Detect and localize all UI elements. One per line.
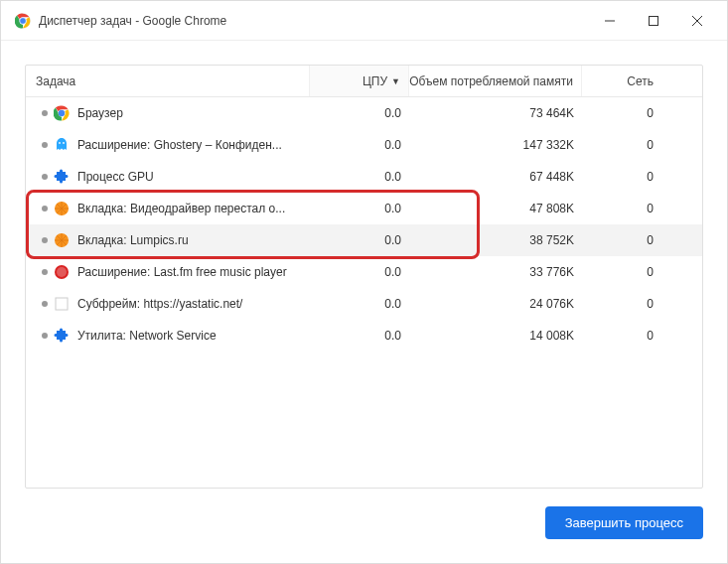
ghostery-icon [54, 137, 77, 153]
network-value: 0 [582, 297, 661, 311]
cpu-value: 0.0 [310, 138, 409, 152]
memory-value: 38 752K [409, 233, 582, 247]
sort-descending-icon: ▼ [391, 76, 400, 86]
column-cpu-label: ЦПУ [363, 74, 387, 88]
chrome-icon [15, 13, 31, 29]
table-row[interactable]: Субфрейм: https://yastatic.net/0.024 076… [26, 288, 702, 320]
table-row[interactable]: Вкладка: Видеодрайвер перестал о...0.047… [26, 193, 702, 224]
column-memory-label: Объем потребляемой памяти [409, 74, 573, 88]
network-value: 0 [582, 233, 661, 247]
end-process-button[interactable]: Завершить процесс [545, 506, 703, 539]
titlebar[interactable]: Диспетчер задач - Google Chrome [1, 1, 727, 41]
table-row[interactable]: Расширение: Ghostery – Конфиден...0.0147… [26, 129, 702, 161]
task-name: Расширение: Last.fm free music player [77, 265, 310, 279]
maximize-button[interactable] [632, 1, 675, 41]
chrome-icon [54, 105, 77, 121]
column-task-label: Задача [36, 74, 75, 88]
task-name: Утилита: Network Service [77, 329, 310, 343]
content-area: Задача ЦПУ ▼ Объем потребляемой памяти С… [1, 41, 727, 563]
column-task[interactable]: Задача [36, 66, 310, 96]
task-name: Субфрейм: https://yastatic.net/ [77, 297, 310, 311]
minimize-button[interactable] [588, 1, 632, 41]
window-controls [588, 1, 719, 40]
puzzle-icon [54, 169, 77, 185]
network-value: 0 [582, 106, 661, 120]
cpu-value: 0.0 [310, 202, 409, 215]
footer: Завершить процесс [25, 489, 703, 539]
row-bullet-icon [36, 269, 54, 275]
cpu-value: 0.0 [310, 106, 409, 120]
network-value: 0 [582, 202, 661, 215]
blank-icon [54, 296, 77, 312]
memory-value: 24 076K [409, 297, 582, 311]
lastfm-icon [54, 264, 77, 280]
task-name: Расширение: Ghostery – Конфиден... [77, 138, 310, 152]
column-cpu[interactable]: ЦПУ ▼ [310, 66, 409, 96]
orange-icon [54, 201, 77, 216]
cpu-value: 0.0 [310, 329, 409, 343]
memory-value: 33 776K [409, 265, 582, 279]
row-bullet-icon [36, 237, 54, 243]
table-row[interactable]: Процесс GPU0.067 448K0 [26, 161, 702, 193]
table-row[interactable]: Браузер0.073 464K0 [26, 97, 702, 129]
memory-value: 47 808K [409, 202, 582, 215]
column-network-label: Сеть [627, 74, 654, 88]
cpu-value: 0.0 [310, 233, 409, 247]
cpu-value: 0.0 [310, 297, 409, 311]
row-bullet-icon [36, 110, 54, 116]
window-title: Диспетчер задач - Google Chrome [39, 14, 226, 28]
cpu-value: 0.0 [310, 170, 409, 184]
task-name: Вкладка: Lumpics.ru [77, 233, 310, 247]
network-value: 0 [582, 329, 661, 343]
memory-value: 147 332K [409, 138, 582, 152]
row-bullet-icon [36, 301, 54, 307]
orange-icon [54, 232, 77, 248]
row-bullet-icon [36, 333, 54, 339]
network-value: 0 [582, 170, 661, 184]
task-name: Браузер [77, 106, 310, 120]
memory-value: 73 464K [409, 106, 582, 120]
cpu-value: 0.0 [310, 265, 409, 279]
svg-rect-3 [650, 17, 658, 26]
row-bullet-icon [36, 142, 54, 148]
task-name: Процесс GPU [77, 170, 310, 184]
table-row[interactable]: Расширение: Last.fm free music player0.0… [26, 256, 702, 288]
table-row[interactable]: Утилита: Network Service0.014 008K0 [26, 320, 702, 352]
table-row[interactable]: Вкладка: Lumpics.ru0.038 752K0 [26, 224, 702, 256]
memory-value: 14 008K [409, 329, 582, 343]
table-header: Задача ЦПУ ▼ Объем потребляемой памяти С… [26, 66, 702, 97]
table-body: Браузер0.073 464K0Расширение: Ghostery –… [26, 97, 702, 352]
memory-value: 67 448K [409, 170, 582, 184]
column-memory[interactable]: Объем потребляемой памяти [409, 66, 582, 96]
task-manager-window: Диспетчер задач - Google Chrome Задача Ц… [0, 0, 728, 564]
column-network[interactable]: Сеть [582, 66, 661, 96]
row-bullet-icon [36, 174, 54, 180]
network-value: 0 [582, 265, 661, 279]
network-value: 0 [582, 138, 661, 152]
puzzle-icon [54, 328, 77, 344]
task-name: Вкладка: Видеодрайвер перестал о... [77, 202, 310, 215]
row-bullet-icon [36, 206, 54, 212]
close-button[interactable] [675, 1, 719, 41]
task-table: Задача ЦПУ ▼ Объем потребляемой памяти С… [25, 65, 703, 489]
